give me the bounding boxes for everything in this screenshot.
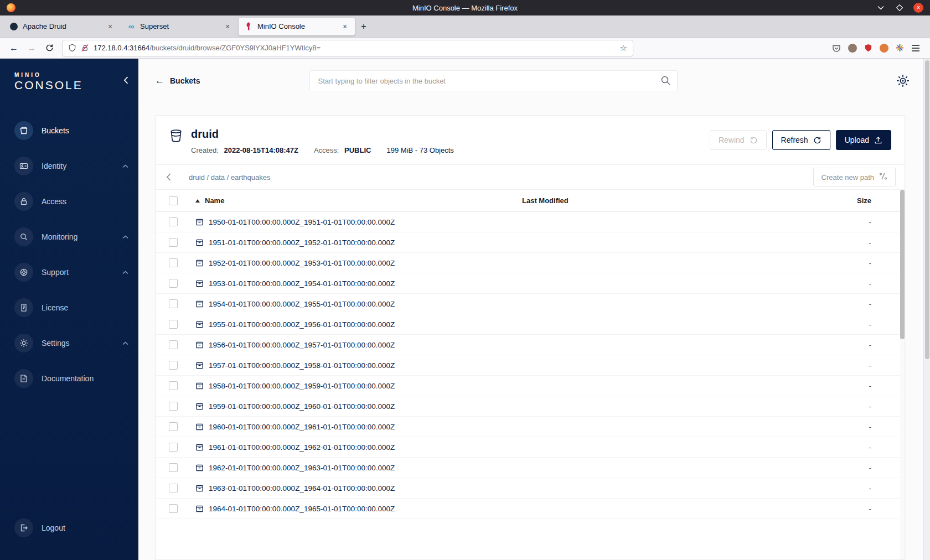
- row-checkbox[interactable]: [169, 340, 178, 349]
- table-scrollbar-thumb[interactable]: [900, 190, 905, 339]
- monitoring-icon: [14, 227, 33, 246]
- tab-close-icon[interactable]: ×: [339, 21, 350, 32]
- browser-tab[interactable]: ∞ Superset ×: [121, 18, 237, 35]
- sidebar-collapse-icon[interactable]: [123, 76, 128, 84]
- table-row[interactable]: 1957-01-01T00:00:00.000Z_1958-01-01T00:0…: [156, 355, 905, 376]
- reload-icon[interactable]: [41, 40, 58, 56]
- table-row[interactable]: 1964-01-01T00:00:00.000Z_1965-01-01T00:0…: [156, 499, 905, 519]
- minimize-icon[interactable]: [876, 3, 886, 13]
- sidebar-item-access[interactable]: Access: [0, 184, 138, 219]
- sort-asc-icon: [195, 199, 200, 203]
- table-row[interactable]: 1956-01-01T00:00:00.000Z_1957-01-01T00:0…: [156, 335, 905, 355]
- table-row[interactable]: 1959-01-01T00:00:00.000Z_1960-01-01T00:0…: [156, 396, 905, 417]
- tab-close-icon[interactable]: ×: [222, 21, 233, 32]
- refresh-button[interactable]: Refresh: [772, 130, 830, 150]
- browser-tab[interactable]: Apache Druid ×: [4, 18, 120, 35]
- size-column-header[interactable]: Size: [816, 196, 871, 205]
- maximize-icon[interactable]: [895, 3, 905, 13]
- insecure-lock-icon[interactable]: [81, 44, 89, 52]
- size-cell: -: [816, 443, 871, 452]
- chevron-up-icon: [122, 235, 128, 239]
- tab-close-icon[interactable]: ×: [105, 21, 116, 32]
- row-checkbox[interactable]: [169, 279, 178, 288]
- sidebar-item-settings[interactable]: Settings: [0, 325, 138, 361]
- back-to-buckets-link[interactable]: ← Buckets: [155, 75, 200, 86]
- row-checkbox[interactable]: [169, 320, 178, 329]
- settings-icon: [14, 334, 33, 352]
- table-row[interactable]: 1954-01-01T00:00:00.000Z_1955-01-01T00:0…: [156, 294, 905, 314]
- row-checkbox[interactable]: [169, 402, 178, 411]
- sidebar-item-buckets[interactable]: Buckets: [0, 113, 138, 148]
- sidebar-item-support[interactable]: Support: [0, 255, 138, 290]
- row-checkbox[interactable]: [169, 484, 178, 492]
- select-all-checkbox[interactable]: [169, 196, 178, 205]
- row-checkbox[interactable]: [169, 381, 178, 390]
- row-checkbox[interactable]: [169, 463, 178, 472]
- rewind-button[interactable]: Rewind: [710, 130, 767, 150]
- row-checkbox[interactable]: [169, 504, 178, 513]
- table-row[interactable]: 1958-01-01T00:00:00.000Z_1959-01-01T00:0…: [156, 376, 905, 396]
- table-row[interactable]: 1960-01-01T00:00:00.000Z_1961-01-01T00:0…: [156, 417, 905, 437]
- table-row[interactable]: 1963-01-01T00:00:00.000Z_1964-01-01T00:0…: [156, 478, 905, 499]
- object-name: 1959-01-01T00:00:00.000Z_1960-01-01T00:0…: [209, 402, 395, 411]
- row-checkbox[interactable]: [169, 299, 178, 308]
- path-back-icon[interactable]: [156, 165, 181, 189]
- sidebar-item-logout[interactable]: Logout: [0, 510, 138, 546]
- hamburger-menu-icon[interactable]: [911, 44, 920, 52]
- filter-objects-input[interactable]: [309, 70, 678, 91]
- url-bar[interactable]: 172.18.0.4:31664/buckets/druid/browse/ZG…: [62, 40, 633, 56]
- forward-icon[interactable]: →: [23, 40, 40, 56]
- extension-icon-1[interactable]: [848, 44, 857, 53]
- sidebar-item-license[interactable]: License: [0, 290, 138, 325]
- table-row[interactable]: 1955-01-01T00:00:00.000Z_1956-01-01T00:0…: [156, 314, 905, 335]
- object-name: 1957-01-01T00:00:00.000Z_1958-01-01T00:0…: [209, 361, 395, 370]
- object-name: 1950-01-01T00:00:00.000Z_1951-01-01T00:0…: [209, 218, 395, 226]
- last-modified-column-header[interactable]: Last Modified: [522, 196, 816, 205]
- settings-gear-icon[interactable]: [896, 74, 910, 88]
- row-checkbox[interactable]: [169, 238, 178, 247]
- tracking-shield-icon[interactable]: [68, 44, 76, 52]
- page-scrollbar-thumb[interactable]: [925, 60, 929, 359]
- tab-label: Apache Druid: [23, 22, 100, 30]
- row-checkbox[interactable]: [169, 422, 178, 431]
- row-checkbox[interactable]: [169, 217, 178, 226]
- sidebar-item-label: License: [42, 303, 114, 312]
- table-scrollbar[interactable]: [900, 190, 905, 559]
- bookmark-star-icon[interactable]: ☆: [620, 43, 627, 53]
- name-column-header[interactable]: Name: [195, 196, 522, 205]
- breadcrumb[interactable]: druid / data / earthquakes: [189, 173, 270, 182]
- page-scrollbar[interactable]: [923, 59, 930, 560]
- navigation-toolbar: ← → 172.18.0.4:31664/buckets/druid/brows…: [0, 38, 930, 59]
- window-title: MinIO Console — Mozilla Firefox: [0, 4, 930, 12]
- object-name: 1953-01-01T00:00:00.000Z_1954-01-01T00:0…: [209, 279, 395, 288]
- search-icon[interactable]: [660, 75, 671, 88]
- ublock-shield-icon[interactable]: [864, 44, 872, 52]
- table-row[interactable]: 1951-01-01T00:00:00.000Z_1952-01-01T00:0…: [156, 232, 905, 253]
- minio-console-logo: MINIO CONSOLE: [0, 72, 138, 92]
- pocket-icon[interactable]: [832, 44, 841, 53]
- table-row[interactable]: 1962-01-01T00:00:00.000Z_1963-01-01T00:0…: [156, 458, 905, 478]
- back-icon[interactable]: ←: [6, 40, 22, 56]
- sidebar-item-monitoring[interactable]: Monitoring: [0, 219, 138, 255]
- extension-icon-2[interactable]: [880, 44, 888, 53]
- upload-button[interactable]: Upload: [836, 130, 891, 150]
- create-new-path-button[interactable]: Create new path: [813, 168, 896, 186]
- table-row[interactable]: 1950-01-01T00:00:00.000Z_1951-01-01T00:0…: [156, 212, 905, 232]
- sidebar-item-label: Settings: [42, 339, 114, 348]
- size-cell: -: [816, 279, 871, 288]
- browser-tab[interactable]: MinIO Console ×: [239, 18, 355, 35]
- table-row[interactable]: 1952-01-01T00:00:00.000Z_1953-01-01T00:0…: [156, 253, 905, 273]
- row-checkbox[interactable]: [169, 258, 178, 267]
- extension-icon-3[interactable]: [896, 44, 904, 52]
- close-window-icon[interactable]: ×: [913, 3, 923, 13]
- table-row[interactable]: 1961-01-01T00:00:00.000Z_1962-01-01T00:0…: [156, 437, 905, 458]
- new-tab-button[interactable]: +: [355, 18, 372, 35]
- size-cell: -: [816, 320, 871, 329]
- table-row[interactable]: 1953-01-01T00:00:00.000Z_1954-01-01T00:0…: [156, 273, 905, 294]
- sidebar-item-documentation[interactable]: Documentation: [0, 361, 138, 396]
- sidebar-item-identity[interactable]: Identity: [0, 148, 138, 184]
- objects-table: Name Last Modified Size 1950-01-01T00:00…: [156, 190, 905, 559]
- row-checkbox[interactable]: [169, 443, 178, 452]
- new-path-icon: [879, 172, 887, 182]
- row-checkbox[interactable]: [169, 361, 178, 370]
